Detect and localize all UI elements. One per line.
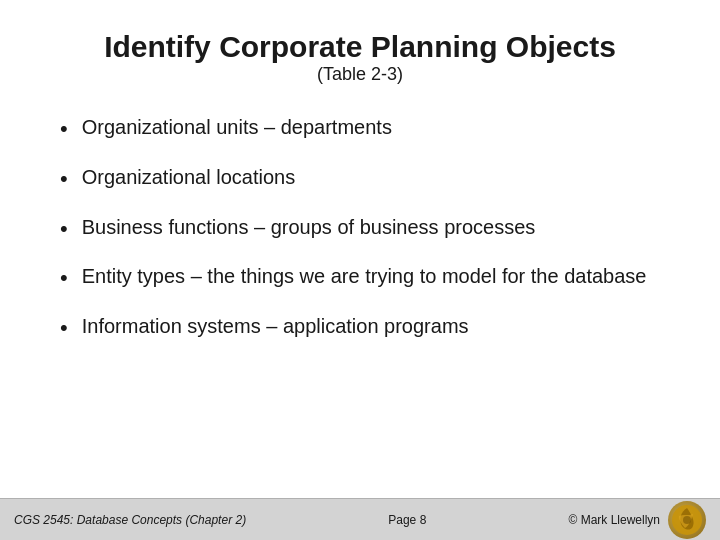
- bullet-icon: •: [60, 164, 68, 195]
- slide-footer: CGS 2545: Database Concepts (Chapter 2) …: [0, 498, 720, 540]
- svg-point-1: [683, 516, 691, 524]
- bullet-text: Business functions – groups of business …: [82, 213, 660, 241]
- list-item: • Entity types – the things we are tryin…: [60, 262, 660, 294]
- list-item: • Organizational locations: [60, 163, 660, 195]
- bullet-text: Organizational locations: [82, 163, 660, 191]
- bullet-icon: •: [60, 313, 68, 344]
- bullet-icon: •: [60, 263, 68, 294]
- list-item: • Organizational units – departments: [60, 113, 660, 145]
- footer-copyright: © Mark Llewellyn: [568, 513, 660, 527]
- logo-icon: [668, 501, 706, 539]
- bullet-text: Organizational units – departments: [82, 113, 660, 141]
- slide-content: Identify Corporate Planning Objects (Tab…: [0, 0, 720, 498]
- title-section: Identify Corporate Planning Objects (Tab…: [60, 30, 660, 85]
- list-item: • Information systems – application prog…: [60, 312, 660, 344]
- slide-subtitle: (Table 2-3): [60, 64, 660, 85]
- bullet-text: Entity types – the things we are trying …: [82, 262, 660, 290]
- bullet-text: Information systems – application progra…: [82, 312, 660, 340]
- list-item: • Business functions – groups of busines…: [60, 213, 660, 245]
- footer-course: CGS 2545: Database Concepts (Chapter 2): [14, 513, 246, 527]
- bullet-list: • Organizational units – departments • O…: [60, 113, 660, 344]
- footer-right-section: © Mark Llewellyn: [568, 501, 706, 539]
- footer-page: Page 8: [388, 513, 426, 527]
- bullet-icon: •: [60, 114, 68, 145]
- bullet-icon: •: [60, 214, 68, 245]
- slide-title: Identify Corporate Planning Objects: [60, 30, 660, 64]
- slide: Identify Corporate Planning Objects (Tab…: [0, 0, 720, 540]
